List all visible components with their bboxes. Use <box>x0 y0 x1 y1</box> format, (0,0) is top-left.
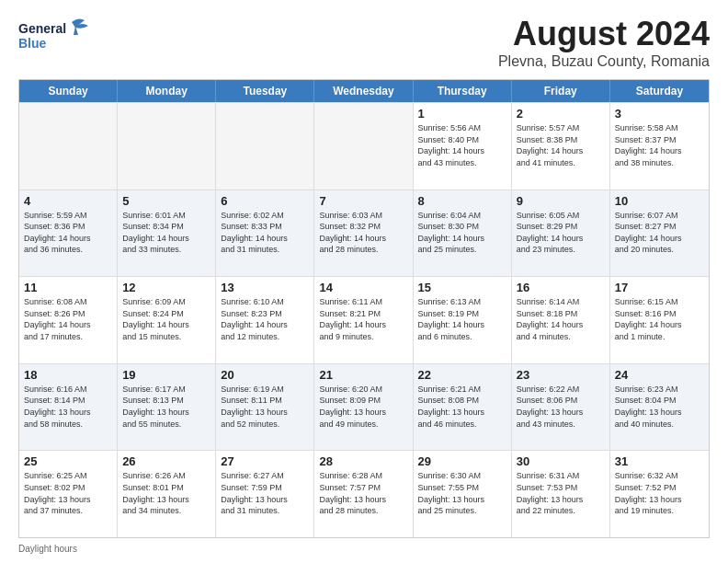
day-content: Sunrise: 6:04 AM Sunset: 8:30 PM Dayligh… <box>418 210 506 256</box>
cal-day-cell: 24Sunrise: 6:23 AM Sunset: 8:04 PM Dayli… <box>610 364 709 451</box>
day-content: Sunrise: 6:25 AM Sunset: 8:02 PM Dayligh… <box>24 470 112 516</box>
day-number: 16 <box>517 281 605 294</box>
day-content: Sunrise: 5:59 AM Sunset: 8:36 PM Dayligh… <box>24 210 112 256</box>
cal-day-cell: 31Sunrise: 6:32 AM Sunset: 7:52 PM Dayli… <box>610 451 709 537</box>
calendar: SundayMondayTuesdayWednesdayThursdayFrid… <box>18 79 710 538</box>
header: General Blue August 2024 Plevna, Buzau C… <box>18 15 710 70</box>
day-content: Sunrise: 6:21 AM Sunset: 8:08 PM Dayligh… <box>418 384 506 430</box>
empty-cell <box>216 103 314 190</box>
day-number: 18 <box>24 368 112 382</box>
day-content: Sunrise: 5:56 AM Sunset: 8:40 PM Dayligh… <box>418 122 506 168</box>
cal-header-cell: Wednesday <box>314 80 413 102</box>
cal-day-cell: 22Sunrise: 6:21 AM Sunset: 8:08 PM Dayli… <box>414 364 512 451</box>
calendar-row: 11Sunrise: 6:08 AM Sunset: 8:26 PM Dayli… <box>19 276 709 363</box>
day-number: 27 <box>221 454 309 468</box>
calendar-row: 25Sunrise: 6:25 AM Sunset: 8:02 PM Dayli… <box>19 450 709 537</box>
cal-day-cell: 14Sunrise: 6:11 AM Sunset: 8:21 PM Dayli… <box>314 277 413 363</box>
cal-day-cell: 7Sunrise: 6:03 AM Sunset: 8:32 PM Daylig… <box>314 190 413 277</box>
calendar-row: 1Sunrise: 5:56 AM Sunset: 8:40 PM Daylig… <box>19 102 709 190</box>
subtitle: Plevna, Buzau County, Romania <box>498 53 710 70</box>
cal-header-cell: Thursday <box>414 80 512 102</box>
day-number: 29 <box>418 454 506 468</box>
cal-day-cell: 11Sunrise: 6:08 AM Sunset: 8:26 PM Dayli… <box>19 277 118 363</box>
cal-day-cell: 15Sunrise: 6:13 AM Sunset: 8:19 PM Dayli… <box>414 277 512 363</box>
day-content: Sunrise: 5:58 AM Sunset: 8:37 PM Dayligh… <box>615 122 704 168</box>
cal-day-cell: 3Sunrise: 5:58 AM Sunset: 8:37 PM Daylig… <box>610 103 709 190</box>
calendar-row: 18Sunrise: 6:16 AM Sunset: 8:14 PM Dayli… <box>19 363 709 451</box>
day-number: 6 <box>221 194 309 208</box>
day-number: 9 <box>517 194 605 208</box>
cal-day-cell: 23Sunrise: 6:22 AM Sunset: 8:06 PM Dayli… <box>512 364 610 451</box>
day-number: 2 <box>517 107 605 121</box>
day-content: Sunrise: 6:11 AM Sunset: 8:21 PM Dayligh… <box>319 296 407 342</box>
day-number: 17 <box>615 281 704 294</box>
day-number: 10 <box>615 194 704 208</box>
cal-day-cell: 21Sunrise: 6:20 AM Sunset: 8:09 PM Dayli… <box>314 364 413 451</box>
day-content: Sunrise: 6:16 AM Sunset: 8:14 PM Dayligh… <box>24 384 112 430</box>
day-content: Sunrise: 6:15 AM Sunset: 8:16 PM Dayligh… <box>615 296 704 342</box>
day-content: Sunrise: 6:19 AM Sunset: 8:11 PM Dayligh… <box>221 384 309 430</box>
empty-cell <box>118 103 216 190</box>
day-content: Sunrise: 6:02 AM Sunset: 8:33 PM Dayligh… <box>221 210 309 256</box>
cal-day-cell: 13Sunrise: 6:10 AM Sunset: 8:23 PM Dayli… <box>216 277 314 363</box>
day-content: Sunrise: 6:01 AM Sunset: 8:34 PM Dayligh… <box>122 210 210 256</box>
cal-day-cell: 2Sunrise: 5:57 AM Sunset: 8:38 PM Daylig… <box>512 103 610 190</box>
day-content: Sunrise: 6:32 AM Sunset: 7:52 PM Dayligh… <box>615 470 704 516</box>
day-number: 19 <box>122 368 210 382</box>
day-number: 31 <box>615 454 704 468</box>
calendar-header: SundayMondayTuesdayWednesdayThursdayFrid… <box>19 80 709 102</box>
page: General Blue August 2024 Plevna, Buzau C… <box>0 0 728 563</box>
calendar-body: 1Sunrise: 5:56 AM Sunset: 8:40 PM Daylig… <box>19 102 709 537</box>
cal-day-cell: 25Sunrise: 6:25 AM Sunset: 8:02 PM Dayli… <box>19 451 118 537</box>
day-content: Sunrise: 6:03 AM Sunset: 8:32 PM Dayligh… <box>319 210 407 256</box>
empty-cell <box>19 103 118 190</box>
day-number: 4 <box>24 194 112 208</box>
day-number: 20 <box>221 368 309 382</box>
svg-text:Blue: Blue <box>18 36 47 51</box>
cal-day-cell: 30Sunrise: 6:31 AM Sunset: 7:53 PM Dayli… <box>512 451 610 537</box>
day-content: Sunrise: 6:31 AM Sunset: 7:53 PM Dayligh… <box>517 470 605 516</box>
day-number: 5 <box>122 194 210 208</box>
day-content: Sunrise: 6:23 AM Sunset: 8:04 PM Dayligh… <box>615 384 704 430</box>
day-number: 21 <box>319 368 407 382</box>
day-number: 25 <box>24 454 112 468</box>
day-content: Sunrise: 6:27 AM Sunset: 7:59 PM Dayligh… <box>221 470 309 516</box>
day-number: 24 <box>615 368 704 382</box>
day-number: 13 <box>221 281 309 294</box>
cal-header-cell: Sunday <box>19 80 118 102</box>
day-content: Sunrise: 6:14 AM Sunset: 8:18 PM Dayligh… <box>517 296 605 342</box>
cal-day-cell: 28Sunrise: 6:28 AM Sunset: 7:57 PM Dayli… <box>314 451 413 537</box>
cal-day-cell: 9Sunrise: 6:05 AM Sunset: 8:29 PM Daylig… <box>512 190 610 277</box>
cal-day-cell: 27Sunrise: 6:27 AM Sunset: 7:59 PM Dayli… <box>216 451 314 537</box>
calendar-row: 4Sunrise: 5:59 AM Sunset: 8:36 PM Daylig… <box>19 190 709 277</box>
cal-day-cell: 1Sunrise: 5:56 AM Sunset: 8:40 PM Daylig… <box>414 103 512 190</box>
day-number: 28 <box>319 454 407 468</box>
cal-day-cell: 12Sunrise: 6:09 AM Sunset: 8:24 PM Dayli… <box>118 277 216 363</box>
cal-header-cell: Tuesday <box>216 80 314 102</box>
day-number: 15 <box>418 281 506 294</box>
footer: Daylight hours <box>18 544 710 554</box>
day-number: 14 <box>319 281 407 294</box>
day-number: 22 <box>418 368 506 382</box>
main-title: August 2024 <box>498 15 710 53</box>
day-content: Sunrise: 6:10 AM Sunset: 8:23 PM Dayligh… <box>221 296 309 342</box>
cal-header-cell: Monday <box>118 80 216 102</box>
day-number: 26 <box>122 454 210 468</box>
logo-svg: General Blue <box>18 15 101 56</box>
day-content: Sunrise: 6:07 AM Sunset: 8:27 PM Dayligh… <box>615 210 704 256</box>
day-content: Sunrise: 6:08 AM Sunset: 8:26 PM Dayligh… <box>24 296 112 342</box>
day-content: Sunrise: 5:57 AM Sunset: 8:38 PM Dayligh… <box>517 122 605 168</box>
cal-day-cell: 18Sunrise: 6:16 AM Sunset: 8:14 PM Dayli… <box>19 364 118 451</box>
empty-cell <box>314 103 413 190</box>
cal-day-cell: 8Sunrise: 6:04 AM Sunset: 8:30 PM Daylig… <box>414 190 512 277</box>
day-number: 7 <box>319 194 407 208</box>
cal-day-cell: 4Sunrise: 5:59 AM Sunset: 8:36 PM Daylig… <box>19 190 118 277</box>
day-content: Sunrise: 6:09 AM Sunset: 8:24 PM Dayligh… <box>122 296 210 342</box>
cal-day-cell: 6Sunrise: 6:02 AM Sunset: 8:33 PM Daylig… <box>216 190 314 277</box>
day-number: 1 <box>418 107 506 121</box>
cal-day-cell: 17Sunrise: 6:15 AM Sunset: 8:16 PM Dayli… <box>610 277 709 363</box>
cal-header-cell: Friday <box>512 80 610 102</box>
day-content: Sunrise: 6:26 AM Sunset: 8:01 PM Dayligh… <box>122 470 210 516</box>
cal-day-cell: 29Sunrise: 6:30 AM Sunset: 7:55 PM Dayli… <box>414 451 512 537</box>
day-content: Sunrise: 6:22 AM Sunset: 8:06 PM Dayligh… <box>517 384 605 430</box>
